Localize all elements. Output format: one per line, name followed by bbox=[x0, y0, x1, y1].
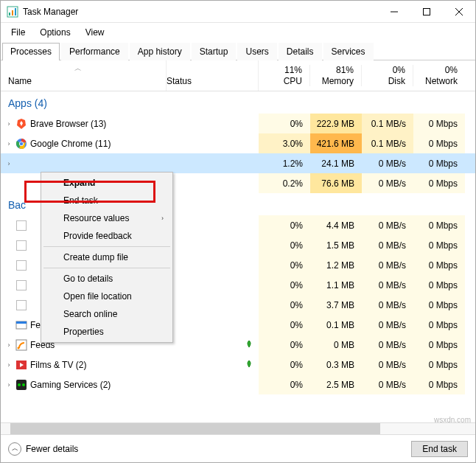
menubar: File Options View bbox=[1, 23, 475, 42]
films-icon bbox=[15, 359, 27, 371]
fewer-details-label: Fewer details bbox=[26, 444, 78, 454]
expand-arrow-icon[interactable]: › bbox=[5, 120, 13, 128]
table-row[interactable]: ›Brave Browser (13)0%222.9 MB0.1 MB/s0 M… bbox=[1, 114, 475, 133]
context-menu-provide-feedback[interactable]: Provide feedback bbox=[43, 227, 171, 245]
expand-arrow-icon[interactable]: › bbox=[5, 361, 13, 369]
svg-rect-5 bbox=[424, 8, 430, 15]
task-manager-window: Task Manager File Options View Processes… bbox=[0, 0, 476, 463]
tab-startup[interactable]: Startup bbox=[192, 43, 237, 60]
context-menu-go-to-details[interactable]: Go to details bbox=[43, 270, 171, 288]
leaf-icon bbox=[245, 340, 253, 350]
expand-arrow-icon[interactable]: › bbox=[5, 160, 13, 167]
cell-net: 0 Mbps bbox=[413, 275, 465, 295]
process-icon bbox=[15, 158, 27, 170]
menu-options[interactable]: Options bbox=[34, 26, 76, 39]
tab-app-history[interactable]: App history bbox=[130, 43, 190, 60]
context-menu-resource-values[interactable]: Resource values› bbox=[43, 209, 171, 227]
cell-net: 0 Mbps bbox=[413, 153, 465, 173]
column-headers: ︿ Name Status 11%CPU 81%Memory 0%Disk 0%… bbox=[1, 60, 475, 91]
tab-details[interactable]: Details bbox=[279, 43, 322, 60]
cell-mem: 4.4 MB bbox=[310, 215, 362, 235]
cell-disk: 0 MB/s bbox=[362, 315, 413, 335]
context-menu-expand[interactable]: Expand bbox=[43, 174, 171, 192]
col-header-network[interactable]: 0%Network bbox=[413, 65, 465, 86]
sort-indicator-icon: ︿ bbox=[74, 63, 82, 74]
chevron-up-icon: ︿ bbox=[8, 442, 21, 456]
cell-cpu: 3.0% bbox=[259, 133, 310, 153]
cell-cpu: 0.2% bbox=[259, 173, 310, 193]
expand-arrow-icon[interactable]: › bbox=[5, 381, 13, 389]
leaf-icon bbox=[245, 360, 253, 370]
tab-services[interactable]: Services bbox=[323, 43, 374, 60]
cell-mem: 2.5 MB bbox=[310, 375, 362, 394]
cell-mem: 76.6 MB bbox=[310, 173, 362, 193]
svg-rect-15 bbox=[17, 300, 27, 310]
col-header-memory[interactable]: 81%Memory bbox=[310, 65, 362, 86]
blank-icon bbox=[15, 260, 27, 271]
minimize-button[interactable] bbox=[378, 1, 410, 23]
svg-rect-1 bbox=[9, 13, 10, 15]
cell-disk: 0.1 MB/s bbox=[362, 133, 413, 153]
cell-disk: 0 MB/s bbox=[362, 255, 413, 275]
col-header-disk[interactable]: 0%Disk bbox=[362, 65, 413, 86]
cell-cpu: 0% bbox=[259, 355, 310, 375]
table-row[interactable]: ›1.2%24.1 MB0 MB/s0 Mbps bbox=[1, 153, 475, 173]
cell-net: 0 Mbps bbox=[413, 255, 465, 275]
cell-mem: 24.1 MB bbox=[310, 153, 362, 173]
watermark: wsxdn.com bbox=[434, 416, 471, 424]
blank-icon bbox=[15, 220, 27, 232]
cell-cpu: 1.2% bbox=[259, 153, 310, 173]
table-row[interactable]: ›Gaming Services (2)0%2.5 MB0 MB/s0 Mbps bbox=[1, 375, 475, 394]
maximize-button[interactable] bbox=[410, 1, 443, 23]
cell-cpu: 0% bbox=[259, 315, 310, 335]
cell-disk: 0 MB/s bbox=[362, 215, 413, 235]
cell-net: 0 Mbps bbox=[413, 355, 465, 375]
chrome-icon bbox=[15, 138, 27, 150]
tab-strip: ProcessesPerformanceApp historyStartupUs… bbox=[1, 42, 475, 60]
col-header-status[interactable]: Status bbox=[167, 60, 259, 91]
expand-arrow-icon[interactable]: › bbox=[5, 341, 13, 349]
context-menu-search-online[interactable]: Search online bbox=[43, 305, 171, 323]
group-header-apps: Apps (4) bbox=[1, 91, 475, 114]
context-menu-separator bbox=[43, 268, 170, 268]
context-menu-create-dump-file[interactable]: Create dump file bbox=[43, 248, 171, 266]
end-task-button[interactable]: End task bbox=[411, 441, 468, 457]
cell-disk: 0 MB/s bbox=[362, 235, 413, 255]
context-menu-open-file-location[interactable]: Open file location bbox=[43, 288, 171, 305]
context-menu-end-task[interactable]: End task bbox=[43, 192, 171, 209]
svg-point-19 bbox=[18, 347, 20, 349]
menu-file[interactable]: File bbox=[5, 26, 31, 39]
col-header-name[interactable]: Name bbox=[1, 60, 167, 91]
close-button[interactable] bbox=[443, 1, 475, 23]
context-menu-properties[interactable]: Properties bbox=[43, 323, 171, 341]
cell-disk: 0 MB/s bbox=[362, 355, 413, 375]
fewer-details-toggle[interactable]: ︿ Fewer details bbox=[8, 442, 411, 456]
brave-icon bbox=[15, 118, 27, 130]
cell-net: 0 Mbps bbox=[413, 295, 465, 315]
menu-view[interactable]: View bbox=[80, 26, 111, 39]
expand-arrow-icon[interactable]: › bbox=[5, 140, 13, 147]
cell-disk: 0 MB/s bbox=[362, 335, 413, 355]
tab-performance[interactable]: Performance bbox=[61, 43, 128, 60]
cell-cpu: 0% bbox=[259, 295, 310, 315]
status-cell bbox=[167, 340, 259, 350]
blank-icon bbox=[15, 240, 27, 251]
svg-rect-17 bbox=[16, 321, 27, 324]
svg-point-10 bbox=[20, 142, 23, 145]
cell-cpu: 0% bbox=[259, 375, 310, 394]
table-row[interactable]: ›Google Chrome (11)3.0%421.6 MB0.1 MB/s0… bbox=[1, 133, 475, 153]
fod-icon bbox=[15, 319, 27, 331]
col-header-cpu[interactable]: 11%CPU bbox=[259, 65, 310, 86]
table-row[interactable]: ›Films & TV (2)0%0.3 MB0 MB/s0 Mbps bbox=[1, 355, 475, 375]
horizontal-scrollbar[interactable] bbox=[1, 422, 475, 434]
tab-users[interactable]: Users bbox=[237, 43, 276, 60]
process-name: Films & TV (2) bbox=[30, 360, 86, 370]
cell-net: 0 Mbps bbox=[413, 173, 465, 193]
tab-processes[interactable]: Processes bbox=[2, 43, 60, 60]
svg-point-23 bbox=[22, 383, 25, 386]
cell-disk: 0 MB/s bbox=[362, 275, 413, 295]
footer: ︿ Fewer details End task bbox=[1, 434, 475, 462]
feeds-icon bbox=[15, 339, 27, 351]
cell-net: 0 Mbps bbox=[413, 215, 465, 235]
cell-net: 0 Mbps bbox=[413, 114, 465, 133]
